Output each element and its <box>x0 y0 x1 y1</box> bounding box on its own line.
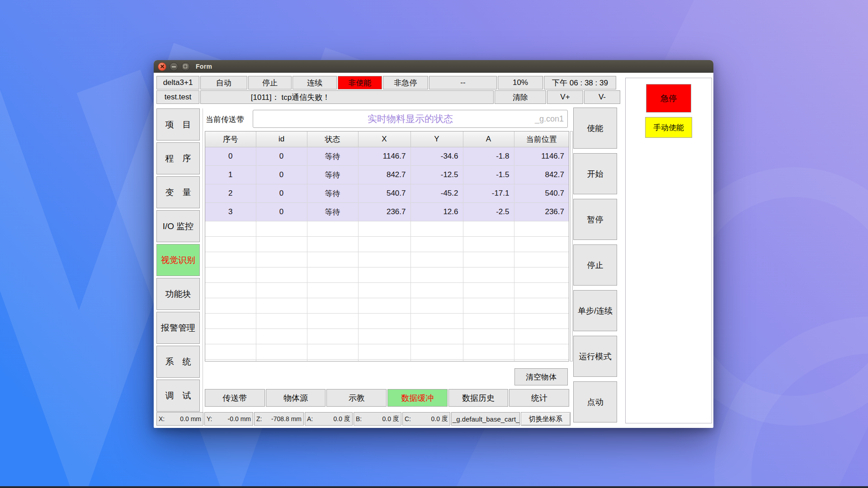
start-button[interactable]: 开始 <box>573 153 617 194</box>
table-cell: -45.2 <box>410 184 463 203</box>
minimize-icon[interactable] <box>170 62 178 71</box>
sidebar-item-vision[interactable]: 视觉识别 <box>156 244 200 276</box>
velocity-down-button[interactable]: V- <box>584 90 620 104</box>
table-empty-row <box>205 252 569 267</box>
tab-statistics[interactable]: 统计 <box>509 389 569 407</box>
jog-button[interactable]: 点动 <box>573 381 617 422</box>
pause-button[interactable]: 暂停 <box>573 199 617 240</box>
app-window: Form delta3+1 自动 停止 连续 非使能 非急停 -- 10% 下午… <box>154 60 713 428</box>
desktop-background: Form delta3+1 自动 停止 连续 非使能 非急停 -- 10% 下午… <box>0 0 868 488</box>
column-header-1[interactable]: id <box>256 131 307 147</box>
table-cell: -17.1 <box>463 184 514 203</box>
tab-data-history[interactable]: 数据历史 <box>448 389 509 407</box>
table-empty-row <box>205 298 569 314</box>
sidebar-item-variable[interactable]: 变 量 <box>156 176 200 208</box>
table-cell: 540.7 <box>358 184 410 203</box>
table-cell: 0 <box>256 166 307 184</box>
clear-objects-button[interactable]: 清空物体 <box>514 368 568 385</box>
top-status-bar: delta3+1 自动 停止 连续 非使能 非急停 -- 10% 下午 06 :… <box>156 76 616 89</box>
table-empty-row <box>205 314 569 329</box>
clear-alarm-button[interactable]: 清除 <box>495 90 546 104</box>
tab-conveyor[interactable]: 传送带 <box>205 389 265 407</box>
material-table[interactable]: 序号id状态XYA当前位置 00等待1146.7-34.6-1.81146.71… <box>205 131 569 361</box>
column-header-2[interactable]: 状态 <box>307 131 358 147</box>
estop-panel: 急停 手动使能 <box>625 78 712 423</box>
table-header-row: 序号id状态XYA当前位置 <box>205 131 569 147</box>
conveyor-display-text: 实时物料显示的状态 <box>253 110 567 127</box>
velocity-up-button[interactable]: V+ <box>547 90 583 104</box>
column-header-4[interactable]: Y <box>410 131 463 147</box>
tab-data-buffer[interactable]: 数据缓冲 <box>387 389 448 407</box>
table-cell: -1.5 <box>463 166 514 184</box>
tab-object-source[interactable]: 物体源 <box>266 389 326 407</box>
window-title: Form <box>196 63 212 70</box>
close-icon[interactable] <box>158 62 166 71</box>
table-empty-row <box>205 329 569 344</box>
window-content: delta3+1 自动 停止 连续 非使能 非急停 -- 10% 下午 06 :… <box>154 73 713 428</box>
table-cell: 2 <box>205 184 256 203</box>
table-empty-row <box>205 360 569 362</box>
switch-frame-button[interactable]: 切换坐标系 <box>521 412 571 426</box>
sidebar-divider <box>203 108 203 412</box>
table-empty-row <box>205 221 569 237</box>
sidebar-item-project[interactable]: 项 目 <box>156 108 200 141</box>
sidebar-item-program[interactable]: 程 序 <box>156 142 200 174</box>
column-header-3[interactable]: X <box>358 131 410 147</box>
control-button-column: 使能开始暂停停止单步/连续运行模式点动 <box>573 108 617 422</box>
estop-state[interactable]: 非急停 <box>383 76 428 89</box>
mode-auto-button[interactable]: 自动 <box>200 76 247 89</box>
sidebar-item-alarm-management[interactable]: 报警管理 <box>156 312 200 344</box>
manual-enable-button[interactable]: 手动使能 <box>645 117 692 138</box>
column-header-0[interactable]: 序号 <box>205 131 256 147</box>
coord-c: C:0.0度 <box>402 412 450 426</box>
coordinate-status-bar: X:0.0mmY:-0.0mmZ:-708.8mmA:0.0度B:0.0度C:0… <box>156 412 571 426</box>
speed-percentage[interactable]: 10% <box>498 76 543 89</box>
table-row[interactable]: 10等待842.7-12.5-1.5842.7 <box>205 166 569 184</box>
table-row[interactable]: 20等待540.7-45.2-17.1540.7 <box>205 184 569 203</box>
table-cell: 236.7 <box>514 203 569 221</box>
table-cell: -34.6 <box>410 147 463 166</box>
enable-button[interactable]: 使能 <box>573 108 617 149</box>
table-cell: 12.6 <box>410 203 463 221</box>
alarm-message: [1011]： tcp通信失败！ <box>200 90 494 104</box>
alarm-bar: test.test [1011]： tcp通信失败！ 清除 V+ V- <box>156 90 620 104</box>
table-cell: 0 <box>256 203 307 221</box>
table-empty-row <box>205 237 569 252</box>
continuity-state[interactable]: 连续 <box>292 76 337 89</box>
window-titlebar[interactable]: Form <box>154 60 713 73</box>
enable-state-badge[interactable]: 非使能 <box>338 76 382 89</box>
sidebar-item-io-monitor[interactable]: I/O 监控 <box>156 210 200 242</box>
run-state[interactable]: 停止 <box>248 76 292 89</box>
tab-teach[interactable]: 示教 <box>326 389 387 407</box>
table-cell: -12.5 <box>410 166 463 184</box>
robot-name[interactable]: delta3+1 <box>156 76 199 89</box>
table-cell: 等待 <box>307 203 358 221</box>
table-row[interactable]: 00等待1146.7-34.6-1.81146.7 <box>205 147 569 166</box>
sidebar-item-function-block[interactable]: 功能块 <box>156 278 200 310</box>
sidebar-item-debug[interactable]: 调 试 <box>156 380 200 412</box>
maximize-icon[interactable] <box>181 62 190 71</box>
table-empty-row <box>205 267 569 283</box>
table-cell: 0 <box>256 184 307 203</box>
table-cell: 等待 <box>307 147 358 166</box>
table-cell: 1 <box>205 166 256 184</box>
table-cell: 842.7 <box>514 166 569 184</box>
column-header-6[interactable]: 当前位置 <box>514 131 569 147</box>
conveyor-input[interactable]: 实时物料显示的状态 _g.con1 <box>253 110 568 128</box>
coord-b: B:0.0度 <box>354 412 401 426</box>
coord-y: Y:-0.0mm <box>204 412 253 426</box>
emergency-stop-button[interactable]: 急停 <box>646 84 691 113</box>
step-continuous-button[interactable]: 单步/连续 <box>573 290 617 331</box>
column-header-5[interactable]: A <box>463 131 514 147</box>
stop-button[interactable]: 停止 <box>573 244 617 286</box>
table-scrollbar[interactable] <box>570 131 573 361</box>
sidebar-item-system[interactable]: 系 统 <box>156 346 200 378</box>
table-cell: 540.7 <box>514 184 569 203</box>
run-mode-button[interactable]: 运行模式 <box>573 336 617 377</box>
wallpaper-ring <box>714 316 868 488</box>
table-cell: 1146.7 <box>358 147 410 166</box>
table-cell: 0 <box>256 147 307 166</box>
table-row[interactable]: 30等待236.712.6-2.5236.7 <box>205 203 569 221</box>
conveyor-label: 当前传送带 <box>206 111 244 128</box>
project-name: test.test <box>156 90 199 104</box>
